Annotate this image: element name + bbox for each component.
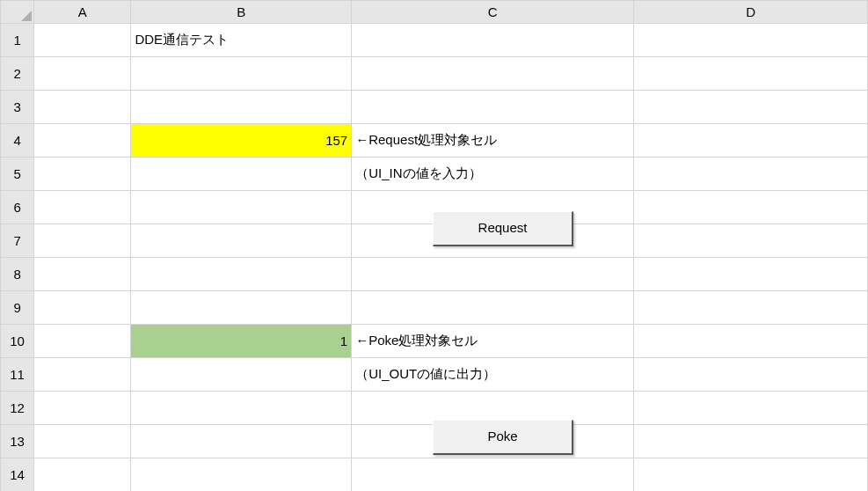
cell-b3[interactable]: [131, 91, 352, 124]
cell-b9[interactable]: [131, 291, 352, 325]
cell-d6[interactable]: [634, 191, 868, 224]
cell-a5[interactable]: [34, 158, 131, 191]
cell-c14[interactable]: [352, 458, 634, 492]
cell-d13[interactable]: [634, 425, 868, 458]
column-header-c[interactable]: C: [352, 1, 634, 24]
cell-b6[interactable]: [131, 191, 352, 224]
cell-a11[interactable]: [34, 358, 131, 392]
cell-a1[interactable]: [34, 24, 131, 57]
row-header-2[interactable]: 2: [1, 57, 34, 91]
cell-b14[interactable]: [131, 458, 352, 492]
request-button[interactable]: Request: [433, 211, 573, 246]
cell-c3[interactable]: [352, 91, 634, 124]
cell-c1[interactable]: [352, 24, 634, 57]
cell-a13[interactable]: [34, 425, 131, 458]
cell-b13[interactable]: [131, 425, 352, 458]
cell-a8[interactable]: [34, 258, 131, 291]
cell-d7[interactable]: [634, 224, 868, 258]
cell-b10[interactable]: 1: [131, 325, 352, 358]
cell-a3[interactable]: [34, 91, 131, 124]
cell-c8[interactable]: [352, 258, 634, 291]
row-header-3[interactable]: 3: [1, 91, 34, 124]
cell-d8[interactable]: [634, 258, 868, 291]
cell-a6[interactable]: [34, 191, 131, 224]
cell-a9[interactable]: [34, 291, 131, 325]
row-5: 5 （UI_INの値を入力）: [1, 158, 868, 191]
cell-c9[interactable]: [352, 291, 634, 325]
cell-d11[interactable]: [634, 358, 868, 392]
cell-c2[interactable]: [352, 57, 634, 91]
column-header-a[interactable]: A: [34, 1, 131, 24]
row-2: 2: [1, 57, 868, 91]
cell-d1[interactable]: [634, 24, 868, 57]
row-4: 4 157 ←Request処理対象セル: [1, 124, 868, 158]
cell-a2[interactable]: [34, 57, 131, 91]
row-header-5[interactable]: 5: [1, 158, 34, 191]
cell-d10[interactable]: [634, 325, 868, 358]
row-header-8[interactable]: 8: [1, 258, 34, 291]
row-9: 9: [1, 291, 868, 325]
cell-c4[interactable]: ←Request処理対象セル: [352, 124, 634, 158]
row-10: 10 1 ←Poke処理対象セル: [1, 325, 868, 358]
row-header-9[interactable]: 9: [1, 291, 34, 325]
cell-b8[interactable]: [131, 258, 352, 291]
row-14: 14: [1, 458, 868, 492]
select-all-corner[interactable]: [1, 1, 34, 24]
cell-d9[interactable]: [634, 291, 868, 325]
cell-d2[interactable]: [634, 57, 868, 91]
row-header-6[interactable]: 6: [1, 191, 34, 224]
cell-c10[interactable]: ←Poke処理対象セル: [352, 325, 634, 358]
row-header-12[interactable]: 12: [1, 392, 34, 425]
row-header-4[interactable]: 4: [1, 124, 34, 158]
cell-b7[interactable]: [131, 224, 352, 258]
cell-a10[interactable]: [34, 325, 131, 358]
cell-b1[interactable]: DDE通信テスト: [131, 24, 352, 57]
row-8: 8: [1, 258, 868, 291]
cell-d5[interactable]: [634, 158, 868, 191]
row-1: 1 DDE通信テスト: [1, 24, 868, 57]
column-header-b[interactable]: B: [131, 1, 352, 24]
cell-d4[interactable]: [634, 124, 868, 158]
row-header-7[interactable]: 7: [1, 224, 34, 258]
cell-a14[interactable]: [34, 458, 131, 492]
cell-a7[interactable]: [34, 224, 131, 258]
row-11: 11 （UI_OUTの値に出力）: [1, 358, 868, 392]
cell-c11[interactable]: （UI_OUTの値に出力）: [352, 358, 634, 392]
row-header-1[interactable]: 1: [1, 24, 34, 57]
cell-b2[interactable]: [131, 57, 352, 91]
poke-button[interactable]: Poke: [433, 420, 573, 455]
row-header-13[interactable]: 13: [1, 425, 34, 458]
row-header-14[interactable]: 14: [1, 458, 34, 492]
cell-d12[interactable]: [634, 392, 868, 425]
cell-d3[interactable]: [634, 91, 868, 124]
cell-b4[interactable]: 157: [131, 124, 352, 158]
cell-a4[interactable]: [34, 124, 131, 158]
cell-a12[interactable]: [34, 392, 131, 425]
cell-d14[interactable]: [634, 458, 868, 492]
row-header-10[interactable]: 10: [1, 325, 34, 358]
cell-b5[interactable]: [131, 158, 352, 191]
cell-b12[interactable]: [131, 392, 352, 425]
cell-b11[interactable]: [131, 358, 352, 392]
row-header-11[interactable]: 11: [1, 358, 34, 392]
row-3: 3: [1, 91, 868, 124]
column-header-d[interactable]: D: [634, 1, 868, 24]
cell-c5[interactable]: （UI_INの値を入力）: [352, 158, 634, 191]
